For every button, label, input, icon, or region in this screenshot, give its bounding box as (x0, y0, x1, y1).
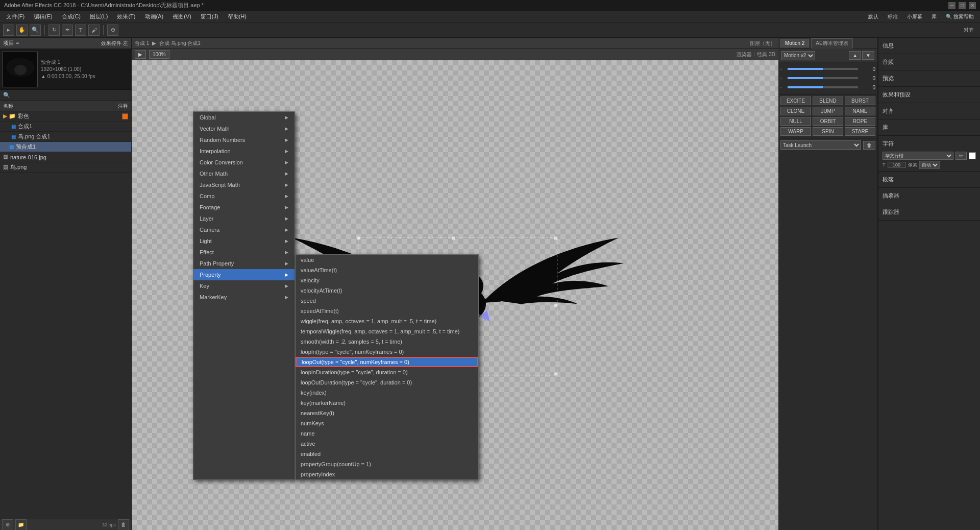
sub-item-smooth[interactable]: smooth(width = .2, samples = 5, t = time… (296, 336, 478, 347)
new-item-button[interactable]: ⊕ (2, 519, 13, 531)
menu-item-camera[interactable]: Camera ▶ (193, 224, 295, 235)
motion-version-select[interactable]: Motion v2 (781, 51, 815, 60)
sub-item-temporalwiggle[interactable]: temporalWiggle(freq, amp, octaves = 1, a… (296, 326, 478, 336)
btn-null[interactable]: NULL (780, 117, 811, 126)
sub-item-wiggle[interactable]: wiggle(freq, amp, octaves = 1, amp_mult … (296, 316, 478, 326)
project-item-comp1[interactable]: ▦ 合成1 (0, 122, 131, 132)
menu-item-pathproperty[interactable]: Path Property ▶ (193, 258, 295, 269)
task-launch-button[interactable]: 🗑 (863, 141, 875, 150)
menu-item-global[interactable]: Global ▶ (193, 112, 295, 123)
menu-effect[interactable]: 效果(T) (113, 12, 139, 21)
menu-item-markerkey[interactable]: MarkerKey ▶ (193, 292, 295, 303)
sub-item-valueattime[interactable]: valueAtTime(t) (296, 265, 478, 275)
sub-item-velocity[interactable]: velocity (296, 275, 478, 285)
btn-rope[interactable]: ROPE (845, 117, 875, 126)
sub-item-numkeys[interactable]: numKeys (296, 418, 478, 428)
btn-spin[interactable]: SPIN (813, 127, 843, 136)
menu-animation[interactable]: 动画(A) (141, 12, 168, 21)
menu-item-vectormath[interactable]: Vector Math ▶ (193, 123, 295, 134)
menu-item-effect[interactable]: Effect ▶ (193, 247, 295, 258)
context-menu[interactable]: Global ▶ Vector Math ▶ Random Numbers ▶ … (193, 111, 295, 480)
sub-item-propertygroup[interactable]: propertyGroup(countUp = 1) (296, 459, 478, 469)
sub-item-speedattime[interactable]: speedAtTime(t) (296, 306, 478, 316)
motion-ctrl-2[interactable]: ▼ (862, 51, 874, 60)
btn-warp[interactable]: WARP (780, 127, 811, 136)
sub-item-loopinduration[interactable]: loopInDuration(type = "cycle", duration … (296, 367, 478, 377)
sub-item-value[interactable]: value (296, 255, 478, 265)
menu-small[interactable]: 小屏幕 (903, 12, 926, 21)
tool-zoom[interactable]: 🔍 (30, 25, 41, 36)
sub-item-loopoutduration[interactable]: loopOutDuration(type = "cycle", duration… (296, 377, 478, 388)
menu-item-colorconversion[interactable]: Color Conversion ▶ (193, 157, 295, 168)
project-item-precomp[interactable]: ▦ 预合成1 (0, 142, 131, 152)
viewport-play-button[interactable]: ▶ (135, 50, 146, 59)
sub-item-active[interactable]: active (296, 439, 478, 449)
menu-view[interactable]: 视图(V) (168, 12, 195, 21)
slider-track-3[interactable] (788, 86, 858, 88)
menu-item-comp[interactable]: Comp ▶ (193, 190, 295, 202)
menu-default[interactable]: 默认 (864, 12, 883, 21)
menu-standard[interactable]: 标准 (884, 12, 902, 21)
tool-brush[interactable]: 🖌 (88, 25, 100, 36)
btn-burst[interactable]: BURST (845, 97, 875, 105)
sub-item-loopout[interactable]: loopOut(type = "cycle", numKeyframes = 0… (296, 357, 478, 367)
sub-item-nearestkey[interactable]: nearestKey(t) (296, 408, 478, 418)
menu-item-layer[interactable]: Layer ▶ (193, 213, 295, 224)
sub-item-loopin[interactable]: loopIn(type = "cycle", numKeyframes = 0) (296, 347, 478, 357)
font-color-swatch[interactable] (969, 152, 976, 159)
menu-item-key[interactable]: Key ▶ (193, 280, 295, 292)
tab-motion2[interactable]: Motion 2 (780, 39, 809, 47)
menu-item-randomnumbers[interactable]: Random Numbers ▶ (193, 134, 295, 146)
delete-button[interactable]: 🗑 (118, 519, 129, 531)
project-item-comp2[interactable]: ▦ 鸟.png 合成1 (0, 132, 131, 142)
sub-menu-panel[interactable]: value valueAtTime(t) velocity velocityAt… (295, 254, 479, 480)
menu-item-light[interactable]: Light ▶ (193, 235, 295, 247)
tool-pen[interactable]: ✒ (62, 25, 73, 36)
btn-blend[interactable]: BLEND (813, 97, 843, 105)
menu-item-footage[interactable]: Footage ▶ (193, 202, 295, 213)
sub-item-name[interactable]: name (296, 428, 478, 439)
viewport-zoom-button[interactable]: 100% (149, 50, 169, 59)
menu-item-othermath[interactable]: Other Math ▶ (193, 168, 295, 179)
btn-jump[interactable]: JUMP (813, 107, 843, 115)
font-size-input[interactable] (888, 162, 906, 168)
maximize-button[interactable]: □ (959, 2, 966, 9)
menu-item-property[interactable]: Property ▶ (193, 269, 295, 280)
tool-hand[interactable]: ✋ (16, 25, 28, 36)
menu-item-javascriptmath[interactable]: JavaScript Math ▶ (193, 179, 295, 190)
tool-rotate[interactable]: ↻ (48, 25, 60, 36)
menu-layer[interactable]: 图层(L) (86, 12, 112, 21)
viewport-canvas[interactable]: Global ▶ Vector Math ▶ Random Numbers ▶ … (132, 60, 778, 530)
tool-puppet[interactable]: ⊕ (107, 25, 118, 36)
menu-help[interactable]: 帮助(H) (224, 12, 251, 21)
project-search-input[interactable] (12, 92, 128, 99)
slider-track-2[interactable] (788, 77, 858, 79)
project-item-footage1[interactable]: 🖼 nature-016.jpg (0, 152, 131, 162)
menu-library[interactable]: 库 (927, 12, 941, 21)
minimize-button[interactable]: ─ (948, 2, 955, 9)
project-item-footage2[interactable]: 🖼 鸟.png (0, 162, 131, 173)
motion-ctrl-1[interactable]: ▲ (849, 51, 861, 60)
tab-aescript[interactable]: AE脚本管理器 (811, 38, 852, 49)
sub-item-keyindex[interactable]: key(index) (296, 388, 478, 398)
task-launch-select[interactable]: Task Launch (780, 140, 861, 150)
font-auto-select[interactable]: 自动 (919, 161, 940, 169)
sub-item-enabled[interactable]: enabled (296, 449, 478, 459)
menu-window[interactable]: 窗口(J) (197, 12, 223, 21)
btn-stare[interactable]: STARE (845, 127, 875, 136)
btn-clone[interactable]: CLONE (780, 107, 811, 115)
menu-search[interactable]: 🔍 搜索帮助 (942, 12, 978, 21)
sub-item-propertyindex[interactable]: propertyIndex (296, 469, 478, 479)
sub-item-speed[interactable]: speed (296, 296, 478, 306)
sub-item-velocityattime[interactable]: velocityAtTime(t) (296, 285, 478, 296)
menu-edit[interactable]: 编辑(E) (30, 12, 57, 21)
new-folder-button[interactable]: 📁 (15, 519, 27, 531)
close-button[interactable]: ✕ (969, 2, 976, 9)
menu-comp[interactable]: 合成(C) (58, 12, 85, 21)
font-select[interactable]: 华文行楷 (883, 152, 953, 160)
btn-orbit[interactable]: ORBIT (813, 117, 843, 126)
menu-file[interactable]: 文件(F) (2, 12, 29, 21)
tool-select[interactable]: ▸ (3, 25, 14, 36)
btn-excite[interactable]: EXCITE (780, 97, 811, 105)
sub-item-keymarkername[interactable]: key(markerName) (296, 398, 478, 408)
